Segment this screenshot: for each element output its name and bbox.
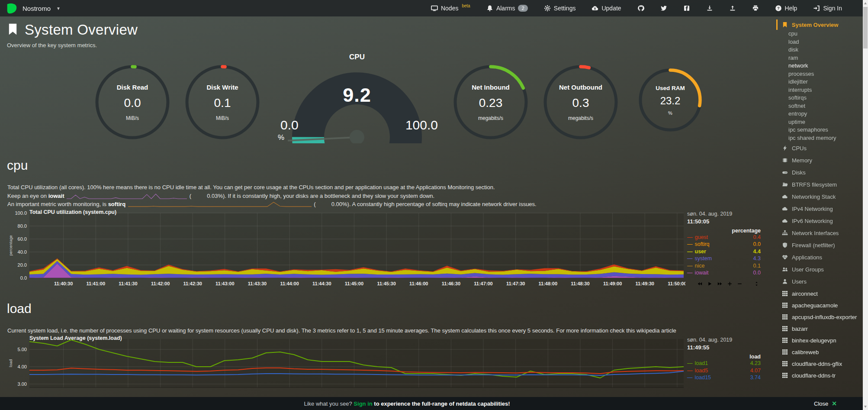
sidebar-item-ipv4-networking[interactable]: IPv4 Networking <box>776 203 863 215</box>
scrollbar-down-arrow[interactable] <box>864 406 867 408</box>
gear-icon <box>544 5 551 12</box>
sidebar-item-label: Applications <box>792 254 822 261</box>
sidebar-item-users[interactable]: Users <box>776 275 863 287</box>
scrollbar-up-arrow[interactable] <box>864 2 867 4</box>
signin-link[interactable]: Sign in <box>354 400 372 407</box>
svg-text:11:47:00: 11:47:00 <box>474 281 492 286</box>
scrollbar-thumb[interactable] <box>863 7 868 48</box>
legend-row-softirq[interactable]: —softirq 0.0 <box>687 241 761 248</box>
sidebar-item-cpus[interactable]: CPUs <box>776 142 863 154</box>
sidebar-item-calibreweb[interactable]: calibreweb <box>776 346 863 358</box>
legend-row-load15[interactable]: —load15 3.74 <box>687 374 761 381</box>
close-banner-button[interactable]: Close ✕ <box>814 400 837 407</box>
sidebar-item-label: System Overview <box>792 22 839 28</box>
gauge-disk-read[interactable]: Disk Read 0.0 MiB/s <box>94 64 170 140</box>
sidebar-item-disk[interactable]: disk <box>776 46 863 54</box>
legend-row-nice[interactable]: —nice 0.1 <box>687 262 761 270</box>
gauge-max: 100.0 <box>405 118 438 132</box>
legend-row-system[interactable]: —system 4.3 <box>687 255 761 262</box>
sidebar-item-entropy[interactable]: entropy <box>776 110 863 118</box>
legend-row-load1[interactable]: —load1 4.23 <box>687 360 761 367</box>
chart-title: System Load Average (system.load) <box>29 335 122 341</box>
sidebar-item-ipc-semaphores[interactable]: ipc semaphores <box>776 126 863 134</box>
page-scrollbar[interactable] <box>863 0 868 410</box>
nav-item-help[interactable]: ?Help <box>775 5 797 12</box>
sidebar-item-label: bazarr <box>792 326 808 332</box>
sidebar-item-network[interactable]: network <box>776 62 863 70</box>
sidebar-item-idlejitter[interactable]: idlejitter <box>776 78 863 86</box>
svg-text:11:44:00: 11:44:00 <box>280 281 299 286</box>
sidebar-item-cloudflare-ddns-gflix[interactable]: cloudflare-ddns-gflix <box>776 358 863 369</box>
legend-row-guest[interactable]: —guest 0.4 <box>687 234 761 241</box>
sidebar-item-binhex-delugevpn[interactable]: binhex-delugevpn <box>776 334 863 346</box>
chart-plot-svg[interactable]: 0.020.040.060.080.0100.011:40:3011:41:00… <box>8 210 685 288</box>
legend-row-load5[interactable]: —load5 4.07 <box>687 367 761 374</box>
sidebar-item-apcupsd-influxdb-exporter[interactable]: apcupsd-influxdb-exporter <box>776 311 863 323</box>
github-icon <box>637 5 644 12</box>
sidebar-item-label: interrupts <box>788 87 812 93</box>
legend-units-label: load <box>687 354 761 360</box>
sidebar-item-firewall-netfilter[interactable]: Firewall (netfilter) <box>776 239 863 251</box>
chart-zoom-out-button[interactable] <box>737 281 742 286</box>
sidebar-item-memory[interactable]: Memory <box>776 154 863 166</box>
inline-sparkline <box>67 193 187 200</box>
gauge-cpu[interactable]: CPU 9.2 0.0 % 100.0 <box>286 53 428 145</box>
sidebar-item-ram[interactable]: ram <box>776 54 863 62</box>
gauge-net-outbound[interactable]: Net Outbound 0.3 megabits/s <box>543 64 619 140</box>
sidebar-item-applications[interactable]: Applications <box>776 251 863 263</box>
svg-text:11:48:00: 11:48:00 <box>539 281 557 286</box>
sidebar-item-apacheguacamole[interactable]: apacheguacamole <box>776 299 863 311</box>
chart-rewind-button[interactable] <box>698 281 702 286</box>
nav-item-update[interactable]: Update <box>592 5 621 12</box>
chart-plot-svg[interactable]: 3.004.005.00load <box>8 336 685 389</box>
sidebar-item-softirqs[interactable]: softirqs <box>776 94 863 102</box>
cpu-chart[interactable]: Total CPU utilization (system.cpu)0.020.… <box>8 210 775 288</box>
sidebar-item-load[interactable]: load <box>776 38 863 46</box>
sidebar-item-system-overview[interactable]: System Overview <box>776 19 863 30</box>
sidebar-item-uptime[interactable]: uptime <box>776 118 863 126</box>
sidebar-item-softnet[interactable]: softnet <box>776 102 863 110</box>
nav-item-label: Help <box>785 5 797 12</box>
gauge-used-ram[interactable]: Used RAM 23.2 % <box>638 68 703 132</box>
nav-item-signin[interactable]: Sign In <box>813 5 842 12</box>
netdata-host-menu[interactable]: Nostromo ▼ <box>6 3 61 14</box>
legend-row-iowait[interactable]: —iowait 0.0 <box>687 269 761 277</box>
sidebar-item-airconnect[interactable]: airconnect <box>776 287 863 299</box>
sidebar-item-cpu[interactable]: cpu <box>776 30 863 38</box>
sidebar-item-networking-stack[interactable]: Networking Stack <box>776 190 863 203</box>
chart-forward-button[interactable] <box>717 281 722 286</box>
sidebar-item-interrupts[interactable]: interrupts <box>776 86 863 94</box>
sidebar-item-ipc-shared-memory[interactable]: ipc shared memory <box>776 134 863 142</box>
nav-item-github[interactable] <box>637 5 644 12</box>
sidebar-item-label: Networking Stack <box>792 194 836 200</box>
chart-play-button[interactable] <box>707 281 712 286</box>
legend-row-user[interactable]: —user 4.4 <box>687 248 761 255</box>
nav-item-import[interactable] <box>706 5 713 12</box>
nav-item-settings[interactable]: Settings <box>544 5 576 12</box>
sidebar-item-user-groups[interactable]: User Groups <box>776 263 863 275</box>
nav-item-twitter[interactable] <box>660 5 667 12</box>
nav-item-facebook[interactable] <box>683 5 690 12</box>
chart-resize-handle[interactable] <box>754 281 759 286</box>
gauge-title: Net Inbound <box>472 84 509 91</box>
minus-icon <box>737 281 742 286</box>
play-icon <box>707 281 712 286</box>
gauge-disk-write[interactable]: Disk Write 0.1 MiB/s <box>184 64 260 140</box>
nav-item-export[interactable] <box>729 5 736 12</box>
sidebar-item-disks[interactable]: Disks <box>776 166 863 178</box>
nav-item-print[interactable] <box>752 5 759 12</box>
nav-item-alarms[interactable]: Alarms2 <box>486 5 528 12</box>
chart-zoom-in-button[interactable] <box>727 281 732 286</box>
sidebar-item-bazarr[interactable]: bazarr <box>776 323 863 334</box>
sidebar-item-network-interfaces[interactable]: Network Interfaces <box>776 227 863 239</box>
nav-item-nodes[interactable]: Nodesbeta <box>431 5 470 12</box>
sidebar-item-label: ram <box>788 55 798 61</box>
gauge-net-inbound[interactable]: Net Inbound 0.23 megabits/s <box>453 64 529 140</box>
sidebar-item-ipv6-networking[interactable]: IPv6 Networking <box>776 215 863 227</box>
sidebar-item-processes[interactable]: processes <box>776 70 863 78</box>
folder-icon <box>782 181 788 187</box>
load-chart[interactable]: System Load Average (system.load)3.004.0… <box>8 336 775 389</box>
svg-text:11:49:00: 11:49:00 <box>603 281 622 286</box>
sidebar-item-btrfs-filesystem[interactable]: BTRFS filesystem <box>776 178 863 190</box>
sidebar-item-cloudflare-ddns-tr[interactable]: cloudflare-ddns-tr <box>776 369 863 381</box>
